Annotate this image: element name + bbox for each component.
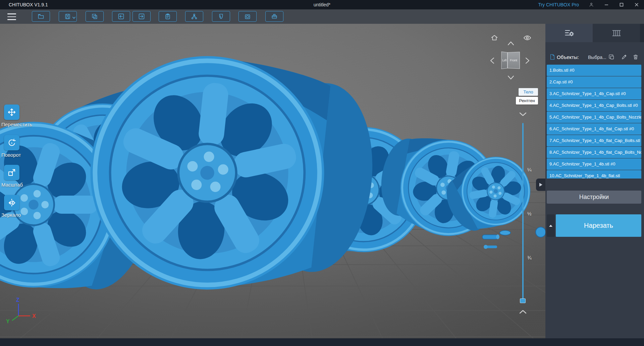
chevron-left-icon: [489, 57, 495, 65]
objects-label: Объекты:: [557, 54, 579, 60]
undo-button[interactable]: [112, 11, 130, 22]
object-list-item[interactable]: 5.AC_Schnitzer_Type_1_4b_Cap_Bolts_Nozzl…: [547, 112, 641, 123]
clipboard-button[interactable]: [159, 11, 177, 22]
minimize-button[interactable]: [599, 0, 614, 9]
slider-bottom-chevron[interactable]: [519, 309, 527, 316]
status-bar: [0, 338, 644, 346]
support-structure-icon: [191, 13, 198, 20]
tool-rotate: Поворот: [1, 135, 45, 158]
tab-object-settings[interactable]: [545, 24, 593, 42]
object-list-item[interactable]: 4.AC_Schnitzer_Type_1_4b_Cap_Bolts.stl #…: [547, 100, 641, 111]
save-button[interactable]: [59, 11, 77, 22]
move-button[interactable]: [4, 105, 19, 120]
menu-button[interactable]: [7, 13, 16, 20]
clipboard-icon: [164, 13, 171, 20]
tool-label-mirror: Зеркало: [1, 212, 45, 218]
cube-front-label: Front: [510, 59, 517, 62]
view-cube-front-face[interactable]: Front: [507, 52, 520, 69]
user-account-button[interactable]: [584, 0, 599, 9]
redo-button[interactable]: [132, 11, 151, 22]
slice-button[interactable]: Нарезать: [556, 214, 641, 237]
view-cube-left-face[interactable]: Left: [501, 52, 507, 69]
tab-supports[interactable]: [593, 24, 640, 42]
tool-move: Переместить: [1, 105, 45, 127]
axis-y-label: Y: [6, 319, 10, 324]
settings-button[interactable]: Настройки: [547, 191, 641, 204]
visibility-button[interactable]: [523, 34, 531, 42]
save-dropdown-caret-icon[interactable]: [72, 15, 75, 20]
viewport[interactable]: Переместить Поворот Масштаб Зеркало Left…: [0, 24, 545, 338]
object-list-item[interactable]: 6.AC_Schnitzer_Type_1_4b_flat_Cap.stl #0: [547, 123, 641, 135]
panel-collapse-button[interactable]: [536, 179, 545, 191]
chevron-down-icon: [507, 75, 515, 80]
objects-header: Объекты: Выбра...: [545, 52, 644, 62]
object-list-item[interactable]: 3.AC_Schnitzer_Type_1_4b_Cap.stl #0: [547, 88, 641, 99]
copy-button[interactable]: [86, 11, 104, 22]
rotate-view-up-button[interactable]: [507, 41, 515, 47]
rotate-view-left-button[interactable]: [489, 57, 495, 66]
view-mode-xray-button[interactable]: Рентген: [516, 97, 538, 105]
supports-icon: [611, 28, 622, 38]
resin-tank-icon: [271, 13, 278, 20]
resin-tank-button[interactable]: [265, 11, 283, 22]
clipping-slider-track[interactable]: [522, 123, 524, 301]
close-button[interactable]: [629, 0, 644, 9]
slice-expand-button[interactable]: [547, 214, 555, 237]
view-cube[interactable]: Left Front: [500, 52, 520, 68]
hollow-button[interactable]: [212, 11, 230, 22]
select-all-button[interactable]: [608, 54, 614, 61]
chevron-right-icon: [525, 57, 530, 65]
clipping-slider-handle[interactable]: [520, 298, 526, 303]
chitubox-app: { "window": { "app_title": "CHITUBOX V1.…: [0, 0, 644, 346]
open-file-icon: [38, 13, 44, 20]
tool-label-scale: Масштаб: [1, 182, 45, 188]
redo-icon: [138, 13, 145, 20]
app-title: CHITUBOX V1.9.1: [9, 2, 48, 7]
close-icon: [635, 3, 639, 7]
tool-label-move: Переместить: [1, 122, 45, 127]
axis-x-label: X: [32, 313, 36, 319]
rotate-button[interactable]: [4, 135, 19, 150]
slider-tick-half: ½: [527, 211, 532, 216]
scale-button[interactable]: [4, 165, 19, 180]
slider-top-chevron[interactable]: [519, 112, 527, 118]
minimize-icon: [604, 3, 608, 7]
mirror-button[interactable]: [4, 195, 19, 210]
chevron-up-icon: [507, 41, 515, 46]
chevron-down-icon: [519, 112, 527, 117]
tool-label-rotate: Поворот: [1, 152, 45, 158]
maximize-button[interactable]: [614, 0, 629, 9]
rotate-view-down-button[interactable]: [507, 75, 515, 81]
object-list-item[interactable]: 1.Bolts.stl #0: [547, 65, 641, 76]
slider-tick-three-quarters: ¾: [527, 255, 532, 261]
chevron-up-icon: [519, 309, 527, 315]
rotate-view-right-button[interactable]: [525, 57, 530, 66]
maximize-icon: [620, 3, 624, 7]
object-list-item[interactable]: 9.AC_Schnitzer_Type_1_4b.stl #0: [547, 158, 641, 170]
home-view-button[interactable]: [491, 34, 498, 43]
document-title: untitled*: [314, 2, 331, 7]
move-icon: [7, 108, 16, 117]
object-list-item[interactable]: 8.AC_Schnitzer_Type_1_4b_flat_Cap_Bolts_…: [547, 147, 641, 158]
object-list-item[interactable]: 2.Cap.stl #0: [547, 76, 641, 88]
view-mode-body-button[interactable]: Тело: [519, 88, 538, 96]
triangle-up-icon: [549, 224, 553, 227]
try-chitubox-pro-link[interactable]: Try CHITUBOX Pro: [538, 2, 579, 7]
dig-hole-button[interactable]: [238, 11, 257, 22]
tool-scale: Масштаб: [1, 165, 45, 188]
object-list-item[interactable]: 10.AC_Schnitzer_Type_1_4b_flat.stl: [547, 170, 641, 179]
object-list: 1.Bolts.stl #0 2.Cap.stl #0 3.AC_Schnitz…: [547, 65, 641, 179]
delete-object-button[interactable]: [633, 54, 639, 61]
axis-z-label: Z: [16, 297, 19, 303]
object-list-item[interactable]: 7.AC_Schnitzer_Type_1_4b_flat_Cap_Bolts.…: [547, 135, 641, 146]
edit-object-button[interactable]: [621, 54, 627, 61]
hamburger-menu-icon: [7, 13, 16, 14]
axis-indicator: Z X Y: [3, 294, 40, 331]
open-file-button[interactable]: [32, 11, 50, 22]
slider-tick-quarter: ¼: [527, 167, 532, 172]
scale-icon: [7, 168, 16, 177]
triangle-right-icon: [539, 183, 543, 187]
support-button[interactable]: [185, 11, 203, 22]
mirror-icon: [7, 198, 16, 207]
viewport-canvas[interactable]: [0, 24, 545, 338]
